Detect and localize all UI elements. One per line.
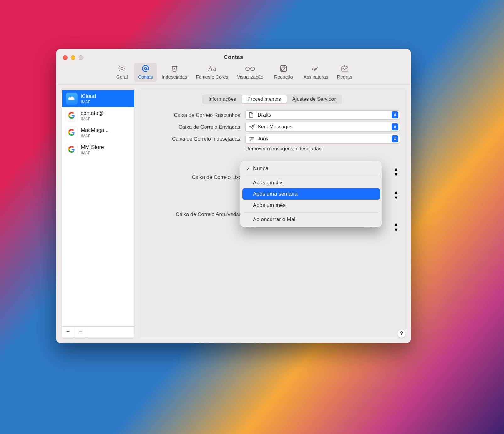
- google-icon: [66, 110, 78, 122]
- account-name: contato@: [81, 110, 104, 117]
- toolbar-composing[interactable]: Redação: [268, 63, 299, 82]
- svg-point-0: [121, 68, 123, 70]
- chevron-updown-icon: ▲▼: [392, 111, 398, 118]
- at-icon: [141, 64, 150, 73]
- chevron-updown-icon: ▲▼: [392, 135, 398, 142]
- fonts-icon: Aa: [208, 64, 216, 73]
- select-value: Junk: [258, 136, 268, 142]
- tab-informacoes[interactable]: Informações: [203, 95, 242, 103]
- add-account-button[interactable]: +: [62, 327, 74, 337]
- rules-icon: [341, 64, 349, 73]
- account-type: IMAP: [81, 150, 104, 155]
- svg-rect-5: [342, 67, 348, 71]
- panel-tabs: Informações Procedimentos Ajustes de Ser…: [202, 95, 342, 104]
- svg-point-2: [246, 67, 249, 71]
- toolbar-label: Visualização: [237, 74, 263, 79]
- select-junk[interactable]: Junk ▲▼: [245, 134, 400, 144]
- toolbar-label: Redação: [274, 74, 293, 79]
- account-type: IMAP: [81, 100, 96, 104]
- label-trash: Caixa de Correio Lixo: [144, 174, 242, 180]
- row-junk: Caixa de Correio Indesejadas: Junk ▲▼: [144, 134, 400, 144]
- select-drafts[interactable]: Drafts ▲▼: [245, 110, 400, 120]
- chevron-updown-icon: ▲▼: [393, 221, 398, 229]
- account-item-macmaga[interactable]: MacMaga... IMAP: [62, 124, 134, 141]
- toolbar-general[interactable]: Geral: [111, 63, 133, 82]
- glasses-icon: [245, 64, 255, 73]
- label-drafts: Caixa de Correio Rascunhos:: [144, 112, 242, 118]
- account-text: iCloud IMAP: [81, 93, 96, 104]
- sidebar-footer-spacer: [87, 327, 134, 337]
- svg-point-3: [251, 67, 255, 71]
- toolbar-signatures[interactable]: Assinaturas: [300, 63, 332, 82]
- chevron-updown-icon: ▲▼: [393, 166, 398, 174]
- sidebar-footer: + −: [62, 326, 134, 337]
- titlebar: Contas Geral Contas Indesejadas: [56, 49, 411, 84]
- chevron-updown-icon: ▲▼: [392, 123, 398, 130]
- toolbar-label: Contas: [138, 74, 153, 79]
- toolbar-viewing[interactable]: Visualização: [233, 63, 267, 82]
- menu-item-semana[interactable]: Após uma semana: [242, 188, 380, 200]
- select-value: Drafts: [258, 112, 271, 118]
- toolbar-junk[interactable]: Indesejadas: [158, 63, 191, 82]
- junk-icon: [249, 136, 255, 141]
- document-icon: [249, 112, 255, 118]
- gear-icon: [118, 64, 126, 73]
- row-drafts: Caixa de Correio Rascunhos: Drafts ▲▼: [144, 110, 400, 120]
- tab-ajustes-servidor[interactable]: Ajustes de Servidor: [287, 95, 342, 103]
- preferences-window: Contas Geral Contas Indesejadas: [56, 49, 411, 343]
- cloud-icon: [66, 93, 78, 105]
- window-title: Contas: [56, 54, 411, 61]
- toolbar-label: Indesejadas: [162, 74, 187, 79]
- account-text: MacMaga... IMAP: [81, 127, 109, 138]
- toolbar-rules[interactable]: Regras: [333, 63, 356, 82]
- row-sent: Caixa de Correio Enviadas: Sent Messages…: [144, 122, 400, 132]
- accounts-sidebar: iCloud IMAP contato@ IMAP: [62, 90, 134, 337]
- menu-item-dia[interactable]: Após um dia: [242, 177, 380, 188]
- account-item-mmstore[interactable]: MM Store IMAP: [62, 141, 134, 158]
- help-button[interactable]: ?: [397, 329, 406, 338]
- label-archive: Caixa de Correio Arquivadas: [144, 211, 242, 217]
- account-text: MM Store IMAP: [81, 144, 104, 155]
- toolbar: Geral Contas Indesejadas Aa Fontes e Cor…: [56, 63, 411, 82]
- content-area: iCloud IMAP contato@ IMAP: [56, 84, 411, 343]
- account-type: IMAP: [81, 133, 109, 138]
- menu-item-encerrar[interactable]: Ao encerrar o Mail: [242, 214, 380, 225]
- toolbar-accounts[interactable]: Contas: [134, 63, 157, 82]
- account-text: contato@ IMAP: [81, 110, 104, 121]
- trash-x-icon: [170, 64, 178, 73]
- svg-point-1: [144, 67, 146, 69]
- toolbar-label: Fontes e Cores: [196, 74, 228, 79]
- account-item-icloud[interactable]: iCloud IMAP: [62, 90, 134, 107]
- menu-item-nunca[interactable]: Nunca: [242, 163, 380, 174]
- menu-separator: [244, 176, 378, 176]
- select-value: Sent Messages: [258, 124, 292, 130]
- toolbar-label: Assinaturas: [304, 74, 328, 79]
- paperplane-icon: [249, 124, 255, 129]
- select-sent[interactable]: Sent Messages ▲▼: [245, 122, 400, 132]
- accounts-list: iCloud IMAP contato@ IMAP: [62, 90, 134, 326]
- account-name: iCloud: [81, 93, 96, 100]
- account-name: MM Store: [81, 144, 104, 150]
- account-type: IMAP: [81, 117, 104, 121]
- toolbar-label: Geral: [116, 74, 128, 79]
- remove-account-button[interactable]: −: [74, 327, 87, 337]
- google-icon: [66, 144, 78, 155]
- toolbar-label: Regras: [337, 74, 352, 79]
- label-sent: Caixa de Correio Enviadas:: [144, 124, 242, 130]
- menu-item-mes[interactable]: Após um mês: [242, 200, 380, 211]
- menu-separator: [244, 212, 378, 213]
- account-item-contato[interactable]: contato@ IMAP: [62, 107, 134, 124]
- toolbar-fonts[interactable]: Aa Fontes e Cores: [192, 63, 232, 82]
- account-name: MacMaga...: [81, 127, 109, 133]
- chevron-updown-icon: ▲▼: [393, 189, 398, 197]
- label-junk: Caixa de Correio Indesejadas:: [144, 136, 242, 142]
- google-icon: [66, 127, 78, 138]
- signature-icon: [311, 64, 320, 73]
- remove-junk-menu[interactable]: Nunca Após um dia Após uma semana Após u…: [240, 161, 382, 227]
- label-remove-junk: Remover mensagens indesejadas:: [245, 146, 400, 152]
- tab-procedimentos[interactable]: Procedimentos: [242, 95, 287, 103]
- compose-icon: [279, 64, 288, 73]
- settings-panel: Informações Procedimentos Ajustes de Ser…: [139, 90, 405, 337]
